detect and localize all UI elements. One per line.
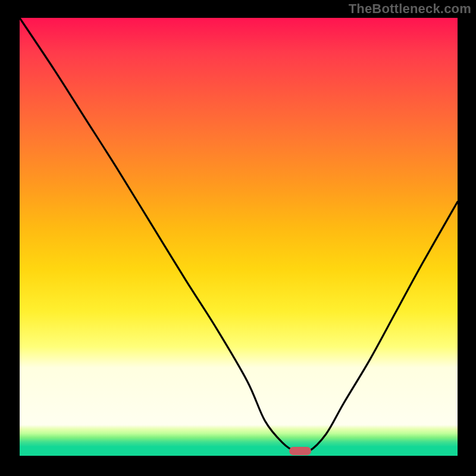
curve-path xyxy=(20,18,458,453)
optimum-marker xyxy=(289,447,311,455)
bottleneck-curve xyxy=(20,18,458,456)
chart-frame: TheBottleneck.com xyxy=(0,0,476,476)
plot-area xyxy=(20,18,458,456)
watermark-text: TheBottleneck.com xyxy=(349,1,471,17)
